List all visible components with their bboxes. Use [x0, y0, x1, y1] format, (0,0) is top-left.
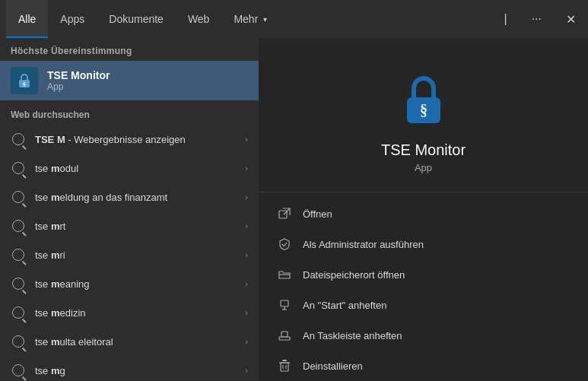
item-text: tse mrt	[35, 221, 245, 232]
topbar: Alle Apps Dokumente Web Mehr ▾ | ··· ✕	[0, 0, 588, 38]
action-pin-taskbar[interactable]: An Taskleiste anheften	[259, 320, 588, 351]
chevron-down-icon: ▾	[263, 15, 267, 24]
list-item[interactable]: tse multa eleitoral ›	[0, 327, 259, 356]
item-text: tse meaning	[35, 278, 245, 290]
search-icon	[11, 363, 26, 378]
item-text: tse multa eleitoral	[35, 336, 245, 348]
action-file-location[interactable]: Dateispeicherort öffnen	[259, 259, 588, 290]
svg-line-7	[284, 243, 288, 246]
svg-rect-12	[279, 337, 290, 340]
search-icon	[11, 276, 26, 291]
action-open[interactable]: Öffnen	[259, 198, 588, 229]
list-item[interactable]: tse meaning ›	[0, 269, 259, 298]
list-item[interactable]: tse medizin ›	[0, 298, 259, 327]
list-item[interactable]: tse meldung an das finanzamt ›	[0, 183, 259, 211]
chevron-right-icon: ›	[245, 221, 248, 230]
search-icon	[11, 247, 26, 262]
svg-text:§: §	[420, 102, 427, 119]
folder-icon	[277, 267, 292, 282]
open-icon	[277, 206, 292, 221]
action-list: Öffnen Als Administrator ausführen	[259, 192, 588, 381]
right-panel: § TSE Monitor App Öffnen	[259, 38, 588, 381]
item-text: tse medizin	[35, 307, 245, 319]
chevron-right-icon: ›	[245, 164, 248, 173]
chevron-right-icon: ›	[245, 337, 248, 346]
left-panel: Höchste Übereinstimmung § TSE Monitor Ap…	[0, 38, 259, 381]
pin-taskbar-icon	[277, 328, 292, 343]
tse-monitor-large-icon: §	[393, 68, 454, 129]
lock-icon: §	[16, 72, 33, 89]
tab-dokumente[interactable]: Dokumente	[97, 0, 176, 38]
topbar-right: | ··· ✕	[498, 9, 583, 30]
shield-icon	[277, 237, 292, 252]
chevron-right-icon: ›	[245, 279, 248, 288]
app-icon-large: §	[393, 68, 454, 129]
tab-mehr[interactable]: Mehr ▾	[221, 0, 279, 38]
svg-rect-9	[281, 300, 288, 306]
best-match-subtitle: App	[47, 81, 110, 92]
list-item[interactable]: tse mri ›	[0, 240, 259, 269]
search-icon	[11, 189, 26, 205]
more-options-icon[interactable]: ···	[526, 9, 548, 29]
action-run-admin[interactable]: Als Administrator ausführen	[259, 229, 588, 259]
search-icon	[11, 218, 26, 233]
chevron-right-icon: ›	[245, 308, 248, 317]
search-icon	[11, 305, 26, 320]
app-type: App	[415, 162, 432, 173]
svg-rect-13	[281, 332, 288, 337]
list-item[interactable]: tse mg ›	[0, 356, 259, 381]
best-match-item[interactable]: § TSE Monitor App	[0, 61, 259, 100]
cursor-icon: |	[498, 9, 513, 29]
best-match-text: TSE Monitor App	[47, 69, 110, 92]
list-item[interactable]: TSE M - Webergebnisse anzeigen ›	[0, 125, 259, 154]
web-search-header: Web durchsuchen	[0, 100, 259, 125]
app-title: TSE Monitor	[381, 141, 466, 159]
app-detail: § TSE Monitor App	[259, 38, 588, 192]
svg-rect-4	[279, 211, 287, 218]
close-icon[interactable]: ✕	[560, 9, 582, 30]
chevron-right-icon: ›	[245, 366, 248, 375]
chevron-right-icon: ›	[245, 192, 248, 202]
trash-icon	[277, 358, 292, 373]
best-match-header: Höchste Übereinstimmung	[0, 38, 259, 61]
item-text: tse mg	[35, 365, 245, 376]
action-uninstall[interactable]: Deinstallieren	[259, 351, 588, 381]
list-item[interactable]: tse modul ›	[0, 154, 259, 183]
item-text: TSE M - Webergebnisse anzeigen	[35, 134, 245, 145]
search-icon	[11, 334, 26, 349]
search-icon	[11, 132, 26, 147]
item-text: tse mri	[35, 249, 245, 261]
pin-start-icon	[277, 297, 292, 313]
tab-alle[interactable]: Alle	[6, 0, 48, 38]
svg-rect-14	[281, 363, 288, 371]
tab-apps[interactable]: Apps	[48, 0, 97, 38]
action-pin-start[interactable]: An "Start" anheften	[259, 290, 588, 320]
tab-web[interactable]: Web	[176, 0, 222, 38]
tse-monitor-app-icon: §	[11, 67, 38, 94]
item-text: tse modul	[35, 163, 245, 174]
main-content: Höchste Übereinstimmung § TSE Monitor Ap…	[0, 38, 588, 381]
chevron-right-icon: ›	[245, 135, 248, 144]
list-item[interactable]: tse mrt ›	[0, 211, 259, 240]
item-text: tse meldung an das finanzamt	[35, 192, 245, 203]
best-match-title: TSE Monitor	[47, 69, 110, 81]
search-icon	[11, 160, 26, 176]
chevron-right-icon: ›	[245, 250, 248, 259]
svg-text:§: §	[23, 81, 26, 87]
